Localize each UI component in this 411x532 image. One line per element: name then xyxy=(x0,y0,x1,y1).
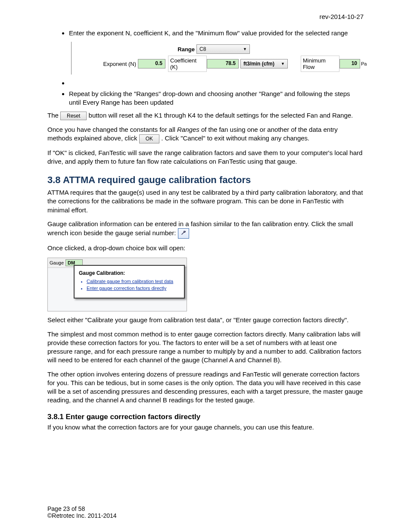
para: ATTMA requires that the gauge(s) used in… xyxy=(47,188,364,215)
page-number: Page 23 of 58 xyxy=(47,505,117,512)
range-select[interactable]: C8 ▼ xyxy=(196,44,250,54)
range-label: Range xyxy=(109,46,196,53)
bullet-list-top: Enter the exponent N, coefficient K, and… xyxy=(47,29,364,37)
gauge-label: Gauge xyxy=(50,260,64,265)
units-select[interactable]: ft3/min (cfm) ▼ xyxy=(240,59,288,68)
bullet-item xyxy=(69,79,364,87)
gauge-popup-screenshot: Gauge DM Gauge Calibration: Calibrate ga… xyxy=(47,258,187,311)
text-em: Ranges xyxy=(177,126,199,133)
para-wrench: Gauge calibration information can be ent… xyxy=(47,220,364,239)
page: rev-2014-10-27 Enter the exponent N, coe… xyxy=(0,0,411,532)
para: Once clicked, a drop-down choice box wil… xyxy=(47,244,364,252)
copyright: ©Retrotec Inc. 2011-2014 xyxy=(47,512,117,519)
coefficient-input[interactable]: 78.5 xyxy=(207,59,239,68)
reset-button[interactable]: Reset xyxy=(60,112,87,120)
link-text: Calibrate gauge from calibration test da… xyxy=(87,279,173,284)
bullet-item: Enter the exponent N, coefficient K, and… xyxy=(69,29,364,37)
text: The xyxy=(47,112,60,119)
para: The simplest and most common method is t… xyxy=(47,330,364,365)
units-value: ft3/min (cfm) xyxy=(243,61,274,67)
chevron-down-icon: ▼ xyxy=(243,47,247,51)
bullet-list-mid: Repeat by clicking the "Ranges" drop-dow… xyxy=(47,79,364,107)
bullet-item: Repeat by clicking the "Ranges" drop-dow… xyxy=(69,90,364,107)
heading-3-8-1: 3.8.1 Enter gauge correction factors dir… xyxy=(47,413,364,421)
text: Once you have changed the constants for … xyxy=(47,126,177,133)
link-text: Enter gauge correction factors directly xyxy=(87,286,166,291)
popup-option-direct[interactable]: Enter gauge correction factors directly xyxy=(87,286,180,291)
chevron-down-icon: ▼ xyxy=(281,62,285,66)
popup-title: Gauge Calibration: xyxy=(79,270,180,276)
exponent-input[interactable]: 0.5 xyxy=(138,59,165,68)
para-save: If "OK" is clicked, FanTestic will save … xyxy=(47,149,364,166)
minflow-unit: Pa xyxy=(361,61,367,66)
range-ui-panel: Range C8 ▼ Exponent (N) 0.5 Coefficient … xyxy=(71,42,373,75)
gauge-calibration-menu: Gauge Calibration: Calibrate gauge from … xyxy=(74,265,185,299)
revision-date: rev-2014-10-27 xyxy=(47,13,364,20)
coefficient-label: Coefficient (K) xyxy=(168,56,207,72)
text: Gauge calibration information can be ent… xyxy=(47,220,353,236)
text: button will reset all the K1 through K4 … xyxy=(89,112,353,119)
text: . Click "Cancel" to exit without making … xyxy=(161,134,309,142)
heading-3-8: 3.8 ATTMA required gauge calibration fac… xyxy=(47,174,364,186)
footer: Page 23 of 58 ©Retrotec Inc. 2011-2014 xyxy=(47,505,117,519)
para-reset: The Reset button will reset all the K1 t… xyxy=(47,111,364,120)
exponent-label: Exponent (N) xyxy=(72,61,138,67)
wrench-icon[interactable] xyxy=(178,228,189,239)
ok-button[interactable]: OK xyxy=(139,134,159,143)
minflow-label: Minimum Flow xyxy=(301,56,339,72)
popup-option-calibrate[interactable]: Calibrate gauge from calibration test da… xyxy=(87,279,180,284)
para: If you know what the correction factors … xyxy=(47,423,364,432)
para-ok: Once you have changed the constants for … xyxy=(47,125,364,143)
para: Select either "Calibrate your gauge from… xyxy=(47,316,364,324)
range-value: C8 xyxy=(199,46,206,52)
para: The other option involves entering dozen… xyxy=(47,370,364,405)
minflow-input[interactable]: 10 xyxy=(339,59,360,68)
